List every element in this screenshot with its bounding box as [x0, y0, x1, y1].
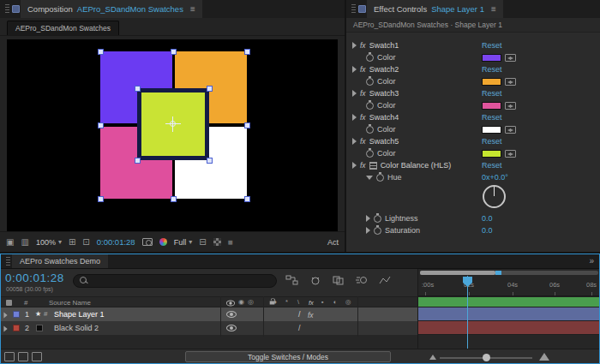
fx-badge[interactable]: fx: [360, 161, 366, 170]
effect-header-color-balance[interactable]: fx Color Balance (HLS) Reset: [346, 159, 600, 171]
expand-in-out-icon[interactable]: [32, 352, 42, 361]
timeline-zoom-handle[interactable]: [483, 354, 490, 361]
anchor-point-icon[interactable]: [165, 116, 181, 132]
exposure-icon[interactable]: ■: [228, 238, 233, 247]
reset-link[interactable]: Reset: [482, 137, 502, 146]
panel-menu-icon[interactable]: ≡: [190, 4, 195, 14]
color-swatch[interactable]: [482, 150, 501, 158]
frame-blend-icon[interactable]: [333, 275, 345, 285]
always-preview-icon[interactable]: ▣: [6, 238, 14, 247]
expand-layer-switches-icon[interactable]: [4, 352, 15, 361]
show-channel-icon[interactable]: [159, 238, 167, 246]
stopwatch-icon[interactable]: [376, 174, 384, 182]
twirl-icon[interactable]: [352, 162, 357, 169]
selection-handle[interactable]: [171, 196, 177, 202]
hide-shy-icon[interactable]: [309, 275, 321, 285]
resolution-select[interactable]: Full ▾: [174, 238, 193, 247]
saturation-value[interactable]: 0.0: [482, 226, 493, 235]
stopwatch-icon[interactable]: [366, 126, 374, 134]
layer-fx-toggle[interactable]: fx: [308, 311, 314, 319]
effect-header-swatch2[interactable]: fx Swatch2 Reset: [346, 63, 600, 75]
tab-effect-controls[interactable]: Effect Controls Shape Layer 1 ≡: [367, 0, 503, 18]
stopwatch-icon[interactable]: [366, 78, 374, 86]
reset-link[interactable]: Reset: [482, 65, 502, 74]
time-ruler[interactable]: :00s 02s 04s 06s 08s: [418, 276, 599, 296]
twirl-icon[interactable]: [352, 90, 357, 97]
selection-handle[interactable]: [244, 196, 250, 202]
panel-chevrons-icon[interactable]: »: [589, 256, 594, 266]
safe-guides-icon[interactable]: ⊞: [69, 238, 75, 247]
stopwatch-icon[interactable]: [374, 215, 381, 223]
twirl-icon[interactable]: [352, 42, 357, 49]
comp-timecode[interactable]: 0:00:01:28: [97, 237, 135, 247]
effect-header-swatch5[interactable]: fx Swatch5 Reset: [346, 135, 600, 147]
motion-blur-icon[interactable]: [356, 275, 368, 285]
comp-navigator-tab[interactable]: AEPro_SDandMon Swatches: [7, 21, 119, 35]
zoom-in-mountain-icon[interactable]: [539, 353, 549, 361]
selection-handle[interactable]: [135, 158, 141, 164]
effect-header-swatch4[interactable]: fx Swatch4 Reset: [346, 111, 600, 123]
eyedropper-icon[interactable]: [505, 54, 516, 62]
layer-bar-1[interactable]: [418, 307, 599, 321]
hue-value[interactable]: 0x+0.0°: [482, 173, 508, 182]
twirl-icon[interactable]: [366, 227, 370, 234]
selection-handle[interactable]: [135, 86, 141, 92]
dual-view-icon[interactable]: ▥: [21, 238, 28, 247]
work-area-bar[interactable]: [418, 296, 599, 307]
time-navigator-bar[interactable]: [420, 271, 495, 275]
panel-grip-icon[interactable]: [5, 4, 9, 14]
effect-header-swatch1[interactable]: fx Swatch1 Reset: [346, 39, 600, 51]
layer-row-2[interactable]: 2 Black Solid 2 /: [1, 321, 417, 335]
color-swatch[interactable]: [482, 126, 501, 134]
layer-name[interactable]: Shape Layer 1: [54, 310, 105, 319]
tab-timeline[interactable]: AEPro Swatches Demo: [12, 254, 108, 268]
selection-handle[interactable]: [171, 49, 177, 55]
fx-badge[interactable]: fx: [360, 89, 366, 98]
layer-row-1[interactable]: 1 ★ # Shape Layer 1 / fx: [1, 307, 417, 321]
selection-handle[interactable]: [98, 49, 104, 55]
twirl-open-icon[interactable]: [366, 176, 373, 180]
expand-transfer-controls-icon[interactable]: [18, 352, 28, 361]
panel-grip-icon[interactable]: [351, 4, 356, 14]
toggle-switches-modes-button[interactable]: Toggle Switches / Modes: [185, 351, 391, 362]
reset-link[interactable]: Reset: [482, 41, 502, 50]
selection-handle[interactable]: [244, 122, 250, 128]
lightness-value[interactable]: 0.0: [482, 214, 493, 223]
fx-badge[interactable]: fx: [360, 41, 366, 50]
selection-handle[interactable]: [207, 158, 213, 164]
eyedropper-icon[interactable]: [505, 126, 516, 134]
color-swatch[interactable]: [482, 54, 501, 62]
panel-menu-icon[interactable]: ≡: [491, 4, 496, 14]
timeline-search[interactable]: [73, 274, 277, 288]
twirl-icon[interactable]: [352, 114, 357, 121]
layer-visibility-toggle[interactable]: [226, 325, 237, 331]
column-hash[interactable]: #: [24, 299, 27, 307]
twirl-icon[interactable]: [352, 138, 357, 145]
reset-link[interactable]: Reset: [482, 89, 502, 98]
reset-link[interactable]: Reset: [482, 161, 502, 170]
stopwatch-icon[interactable]: [374, 227, 381, 235]
panel-grip-icon[interactable]: [6, 257, 10, 266]
effect-header-swatch3[interactable]: fx Swatch3 Reset: [346, 87, 600, 99]
layer-quality-toggle[interactable]: /: [298, 310, 301, 319]
layer-label-color[interactable]: [13, 311, 20, 318]
color-swatch[interactable]: [482, 78, 501, 86]
eyedropper-icon[interactable]: [505, 78, 516, 86]
mini-flowchart-icon[interactable]: [285, 275, 298, 285]
layer-bar-2[interactable]: [418, 321, 599, 335]
stopwatch-icon[interactable]: [366, 150, 374, 158]
fx-badge[interactable]: fx: [360, 113, 366, 122]
time-navigator-handle[interactable]: [495, 271, 501, 275]
search-input[interactable]: [92, 277, 270, 285]
eyedropper-icon[interactable]: [505, 150, 516, 158]
fx-badge[interactable]: fx: [360, 65, 366, 74]
zoom-out-mountain-icon[interactable]: [429, 355, 436, 360]
twirl-icon[interactable]: [366, 215, 370, 222]
layer-quality-toggle[interactable]: /: [298, 324, 301, 332]
selection-handle[interactable]: [244, 49, 250, 55]
selection-handle[interactable]: [98, 122, 104, 128]
region-of-interest-icon[interactable]: ⊡: [82, 238, 89, 247]
twirl-icon[interactable]: [352, 66, 357, 73]
zoom-select[interactable]: 100% ▾: [36, 238, 62, 247]
reset-link[interactable]: Reset: [482, 113, 502, 122]
